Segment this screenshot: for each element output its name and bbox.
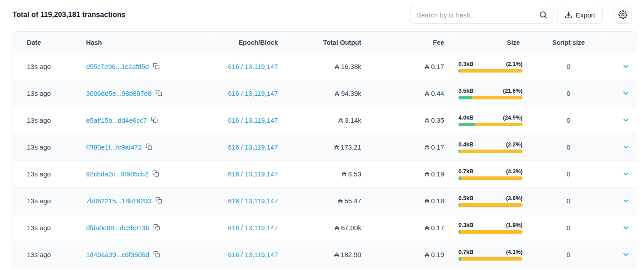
size-bar-fill [458,123,475,126]
size-value: 0.7kB [458,168,473,175]
epoch-block-link[interactable]: 616 / 13,119,147 [228,251,278,258]
size-value: 0.4kB [458,141,473,148]
size-bar-fill [458,203,460,207]
tx-hash-link[interactable]: 3006dd5e...98b897e8 [86,90,151,97]
tx-date: 13s ago [27,251,86,258]
size-percent: (4.3%) [506,168,523,175]
size-value: 3.5kB [458,88,473,94]
copy-icon[interactable] [151,116,158,123]
size-value: 0.7kB [458,249,473,255]
size-bar-fill [458,69,460,73]
search-icon[interactable] [539,10,548,19]
tx-hash-link[interactable]: dfda0e88...dc3b013b [86,224,149,231]
epoch-block-link[interactable]: 616 / 13,119,147 [228,116,278,124]
size-bar-fill [458,257,461,261]
total-output-value: ₳ 8.53 [278,170,361,178]
table-row: 13s ago f7f80e1f...fc9af472 616 / 13,119… [13,134,637,161]
total-output-value: ₳ 67.00k [278,224,361,231]
chevron-down-icon[interactable] [614,144,637,150]
epoch-block-link[interactable]: 616 / 13,119,147 [228,143,278,151]
size-cell: 0.5kB (3.0%) [458,195,523,207]
size-value: 0.3kB [458,222,473,228]
script-size-value: 0 [523,63,614,70]
tx-date: 13s ago [27,170,86,178]
size-value: 4.0kB [458,115,473,121]
toolbar-controls: Export [410,6,632,24]
copy-icon[interactable] [152,170,159,177]
total-output-value: ₳ 173.21 [278,143,361,151]
size-percent: (21.6%) [503,88,523,94]
column-header-date: Date [27,39,86,46]
chevron-down-icon[interactable] [614,224,637,231]
chevron-down-icon[interactable] [614,197,637,204]
tx-hash-link[interactable]: d55c7e96...1c2afd5d [86,63,149,70]
tx-hash-link[interactable]: e5aff15b...dd4e6cc7 [86,116,147,124]
epoch-block-link[interactable]: 616 / 13,119,147 [228,90,278,97]
tx-date: 13s ago [27,116,86,124]
size-bar-fill [458,150,460,153]
search-input[interactable] [417,11,539,19]
copy-icon[interactable] [153,63,160,69]
copy-icon[interactable] [156,197,162,204]
tx-hash-link[interactable]: 92cbda2c...f0985cb2 [86,170,148,178]
copy-icon[interactable] [153,224,160,231]
fee-value: ₳ 0.19 [361,170,444,178]
transactions-table: Date Hash Epoch/Block Total Output Fee S… [13,31,637,270]
size-cell: 0.3kB (2.1%) [458,61,523,73]
copy-icon[interactable] [146,143,152,150]
size-percent: (24.9%) [503,115,523,121]
chevron-down-icon[interactable] [614,171,637,177]
tx-hash-link[interactable]: f7f80e1f...fc9af472 [86,143,142,151]
size-bar-fill [458,176,461,180]
size-bar [458,69,523,73]
size-bar [458,96,523,99]
size-bar [458,203,523,207]
column-header-epoch-block: Epoch/Block [194,39,278,46]
size-percent: (2.2%) [506,141,523,148]
chevron-down-icon[interactable] [614,251,637,258]
total-output-value: ₳ 3.14k [278,116,361,124]
table-row: 13s ago dfda0e88...dc3b013b 616 / 13,119… [13,214,637,241]
size-bar [458,123,523,126]
script-size-value: 0 [523,90,614,97]
column-header-total-output: Total Output [278,39,361,46]
chevron-down-icon[interactable] [614,90,637,97]
table-row: 13s ago 7b062215...18b16293 616 / 13,119… [13,188,637,214]
copy-icon[interactable] [153,251,160,257]
tx-hash-link[interactable]: 1d49aa39...c6f3505d [86,251,149,258]
column-header-fee: Fee [361,39,444,46]
tx-date: 13s ago [27,224,86,231]
size-bar-fill [458,230,460,234]
chevron-down-icon[interactable] [614,63,637,70]
epoch-block-link[interactable]: 616 / 13,119,147 [228,63,278,70]
fee-value: ₳ 0.17 [361,63,444,70]
size-cell: 3.5kB (21.6%) [458,88,523,99]
total-output-value: ₳ 16.38k [278,63,361,70]
size-value: 0.3kB [458,61,473,67]
chevron-down-icon[interactable] [614,117,637,124]
epoch-block-link[interactable]: 616 / 13,119,147 [228,170,278,178]
size-bar [458,257,523,261]
size-bar [458,176,523,180]
size-value: 0.5kB [458,195,473,201]
download-icon [565,11,572,19]
tx-date: 13s ago [27,197,86,205]
tx-hash-link[interactable]: 7b062215...18b16293 [86,197,151,205]
script-size-value: 0 [523,197,614,205]
epoch-block-link[interactable]: 616 / 13,119,147 [228,197,278,205]
export-button[interactable]: Export [557,6,603,24]
copy-icon[interactable] [156,90,162,96]
size-cell: 4.0kB (24.9%) [458,115,523,126]
script-size-value: 0 [523,224,614,231]
tx-date: 13s ago [27,143,86,151]
settings-button[interactable] [614,6,632,24]
column-header-script-size: Script size [523,39,614,46]
search-box [410,6,553,24]
fee-value: ₳ 0.44 [361,90,444,97]
total-output-value: ₳ 55.47 [278,197,361,205]
page-title: Total of 119,203,181 transactions [13,11,125,19]
size-percent: (3.0%) [506,195,523,201]
script-size-value: 0 [523,251,614,258]
epoch-block-link[interactable]: 616 / 13,119,147 [228,224,278,231]
script-size-value: 0 [523,116,614,124]
